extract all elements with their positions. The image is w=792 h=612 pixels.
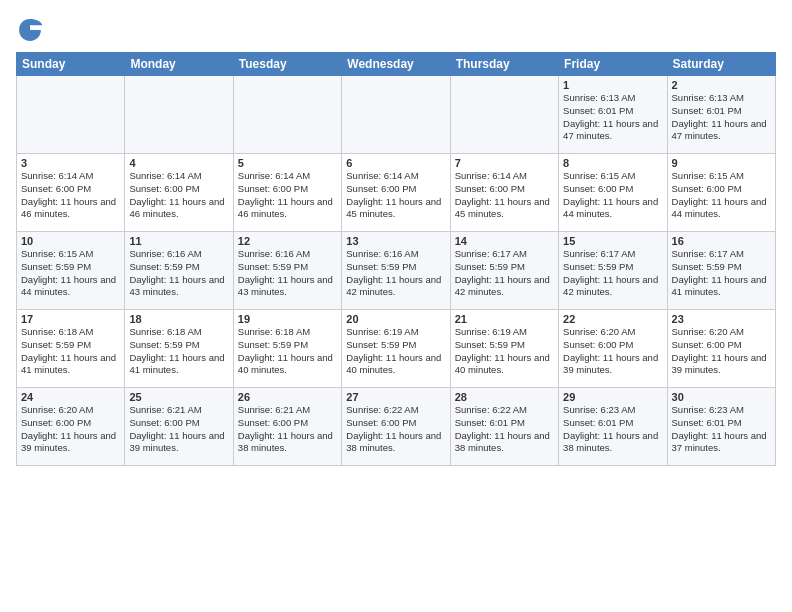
calendar-header-row: SundayMondayTuesdayWednesdayThursdayFrid… — [17, 53, 776, 76]
day-info: Sunset: 5:59 PM — [455, 339, 554, 352]
day-info: Sunrise: 6:19 AM — [455, 326, 554, 339]
day-info: Daylight: 11 hours and 43 minutes. — [129, 274, 228, 300]
day-info: Sunrise: 6:17 AM — [455, 248, 554, 261]
day-info: Daylight: 11 hours and 38 minutes. — [563, 430, 662, 456]
logo — [16, 16, 48, 44]
day-info: Sunrise: 6:21 AM — [129, 404, 228, 417]
day-info: Daylight: 11 hours and 38 minutes. — [238, 430, 337, 456]
logo-icon — [16, 16, 44, 44]
day-info: Sunset: 5:59 PM — [346, 339, 445, 352]
day-info: Sunrise: 6:17 AM — [563, 248, 662, 261]
calendar-cell: 9Sunrise: 6:15 AMSunset: 6:00 PMDaylight… — [667, 154, 775, 232]
calendar-cell: 15Sunrise: 6:17 AMSunset: 5:59 PMDayligh… — [559, 232, 667, 310]
day-info: Sunrise: 6:14 AM — [129, 170, 228, 183]
day-info: Sunrise: 6:16 AM — [346, 248, 445, 261]
calendar-cell: 19Sunrise: 6:18 AMSunset: 5:59 PMDayligh… — [233, 310, 341, 388]
column-header-thursday: Thursday — [450, 53, 558, 76]
day-info: Sunrise: 6:14 AM — [21, 170, 120, 183]
calendar-cell — [125, 76, 233, 154]
day-number: 27 — [346, 391, 445, 403]
day-info: Daylight: 11 hours and 42 minutes. — [455, 274, 554, 300]
day-info: Daylight: 11 hours and 41 minutes. — [129, 352, 228, 378]
day-info: Sunset: 5:59 PM — [238, 339, 337, 352]
day-info: Sunset: 5:59 PM — [346, 261, 445, 274]
calendar-cell: 14Sunrise: 6:17 AMSunset: 5:59 PMDayligh… — [450, 232, 558, 310]
day-number: 18 — [129, 313, 228, 325]
day-info: Sunset: 6:01 PM — [563, 105, 662, 118]
calendar-cell: 24Sunrise: 6:20 AMSunset: 6:00 PMDayligh… — [17, 388, 125, 466]
day-info: Daylight: 11 hours and 41 minutes. — [21, 352, 120, 378]
day-info: Sunrise: 6:21 AM — [238, 404, 337, 417]
day-info: Sunset: 6:00 PM — [129, 183, 228, 196]
day-info: Sunset: 5:59 PM — [238, 261, 337, 274]
column-header-wednesday: Wednesday — [342, 53, 450, 76]
day-info: Daylight: 11 hours and 42 minutes. — [563, 274, 662, 300]
calendar-cell: 26Sunrise: 6:21 AMSunset: 6:00 PMDayligh… — [233, 388, 341, 466]
day-number: 15 — [563, 235, 662, 247]
calendar-cell: 4Sunrise: 6:14 AMSunset: 6:00 PMDaylight… — [125, 154, 233, 232]
day-info: Sunrise: 6:14 AM — [238, 170, 337, 183]
day-info: Sunrise: 6:15 AM — [563, 170, 662, 183]
day-info: Daylight: 11 hours and 39 minutes. — [672, 352, 771, 378]
day-number: 13 — [346, 235, 445, 247]
day-info: Sunrise: 6:13 AM — [563, 92, 662, 105]
day-info: Sunset: 5:59 PM — [455, 261, 554, 274]
day-info: Daylight: 11 hours and 43 minutes. — [238, 274, 337, 300]
day-number: 17 — [21, 313, 120, 325]
week-row-2: 10Sunrise: 6:15 AMSunset: 5:59 PMDayligh… — [17, 232, 776, 310]
day-number: 19 — [238, 313, 337, 325]
calendar-cell — [342, 76, 450, 154]
day-info: Sunrise: 6:20 AM — [672, 326, 771, 339]
day-info: Sunrise: 6:19 AM — [346, 326, 445, 339]
day-info: Daylight: 11 hours and 47 minutes. — [563, 118, 662, 144]
day-info: Daylight: 11 hours and 40 minutes. — [346, 352, 445, 378]
day-info: Daylight: 11 hours and 46 minutes. — [129, 196, 228, 222]
day-info: Sunrise: 6:16 AM — [238, 248, 337, 261]
calendar-cell: 30Sunrise: 6:23 AMSunset: 6:01 PMDayligh… — [667, 388, 775, 466]
day-info: Daylight: 11 hours and 39 minutes. — [563, 352, 662, 378]
day-number: 4 — [129, 157, 228, 169]
day-info: Daylight: 11 hours and 47 minutes. — [672, 118, 771, 144]
calendar-cell — [450, 76, 558, 154]
day-info: Daylight: 11 hours and 42 minutes. — [346, 274, 445, 300]
day-info: Sunset: 6:00 PM — [455, 183, 554, 196]
day-info: Daylight: 11 hours and 37 minutes. — [672, 430, 771, 456]
day-info: Sunset: 6:00 PM — [563, 339, 662, 352]
calendar-cell: 16Sunrise: 6:17 AMSunset: 5:59 PMDayligh… — [667, 232, 775, 310]
day-info: Daylight: 11 hours and 44 minutes. — [21, 274, 120, 300]
day-info: Daylight: 11 hours and 46 minutes. — [21, 196, 120, 222]
calendar-cell: 17Sunrise: 6:18 AMSunset: 5:59 PMDayligh… — [17, 310, 125, 388]
day-number: 29 — [563, 391, 662, 403]
calendar-cell — [17, 76, 125, 154]
day-info: Sunrise: 6:18 AM — [21, 326, 120, 339]
day-info: Daylight: 11 hours and 39 minutes. — [21, 430, 120, 456]
day-info: Daylight: 11 hours and 44 minutes. — [672, 196, 771, 222]
day-number: 9 — [672, 157, 771, 169]
column-header-sunday: Sunday — [17, 53, 125, 76]
day-number: 12 — [238, 235, 337, 247]
calendar-cell: 5Sunrise: 6:14 AMSunset: 6:00 PMDaylight… — [233, 154, 341, 232]
day-info: Sunrise: 6:17 AM — [672, 248, 771, 261]
day-info: Daylight: 11 hours and 45 minutes. — [455, 196, 554, 222]
day-info: Daylight: 11 hours and 44 minutes. — [563, 196, 662, 222]
day-info: Daylight: 11 hours and 38 minutes. — [455, 430, 554, 456]
day-number: 7 — [455, 157, 554, 169]
calendar-cell: 2Sunrise: 6:13 AMSunset: 6:01 PMDaylight… — [667, 76, 775, 154]
week-row-0: 1Sunrise: 6:13 AMSunset: 6:01 PMDaylight… — [17, 76, 776, 154]
calendar-cell: 6Sunrise: 6:14 AMSunset: 6:00 PMDaylight… — [342, 154, 450, 232]
day-number: 21 — [455, 313, 554, 325]
calendar-cell: 25Sunrise: 6:21 AMSunset: 6:00 PMDayligh… — [125, 388, 233, 466]
day-info: Sunset: 6:01 PM — [672, 417, 771, 430]
calendar-cell: 1Sunrise: 6:13 AMSunset: 6:01 PMDaylight… — [559, 76, 667, 154]
day-number: 25 — [129, 391, 228, 403]
calendar-cell: 21Sunrise: 6:19 AMSunset: 5:59 PMDayligh… — [450, 310, 558, 388]
header — [16, 16, 776, 44]
column-header-saturday: Saturday — [667, 53, 775, 76]
day-number: 1 — [563, 79, 662, 91]
calendar-cell: 20Sunrise: 6:19 AMSunset: 5:59 PMDayligh… — [342, 310, 450, 388]
calendar-cell: 28Sunrise: 6:22 AMSunset: 6:01 PMDayligh… — [450, 388, 558, 466]
calendar-cell: 11Sunrise: 6:16 AMSunset: 5:59 PMDayligh… — [125, 232, 233, 310]
page: SundayMondayTuesdayWednesdayThursdayFrid… — [0, 0, 792, 612]
calendar-cell: 18Sunrise: 6:18 AMSunset: 5:59 PMDayligh… — [125, 310, 233, 388]
day-number: 28 — [455, 391, 554, 403]
